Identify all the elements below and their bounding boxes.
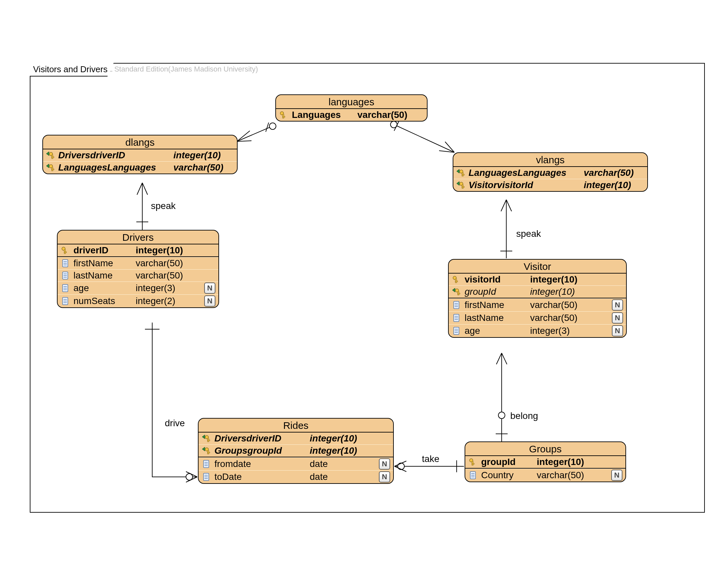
column-icon: [62, 271, 69, 280]
entity-title: languages: [276, 95, 427, 109]
column-name: DriversdriverID: [214, 433, 300, 444]
entity-languages[interactable]: languages Languagesvarchar(50): [275, 94, 428, 121]
column-type: varchar(50): [537, 470, 584, 481]
entity-title: vlangs: [453, 153, 647, 167]
rel-label-take: take: [422, 454, 439, 464]
column-type: varchar(50): [530, 300, 577, 310]
entity-row: GroupsgroupIdinteger(10): [199, 445, 393, 457]
column-icon: [203, 473, 210, 481]
svg-rect-39: [64, 252, 67, 253]
entity-row: driverIDinteger(10): [58, 244, 218, 256]
nullable-badge: N: [611, 470, 622, 481]
entity-title: Drivers: [58, 230, 218, 244]
entity-row: lastNamevarchar(50): [58, 269, 218, 282]
column-type: varchar(50): [173, 162, 223, 173]
column-name: LanguagesLanguages: [58, 162, 164, 173]
entity-dlangs[interactable]: dlangs DriversdriverIDinteger(10)Languag…: [42, 135, 238, 174]
svg-rect-93: [472, 463, 474, 464]
column-type: integer(10): [310, 446, 357, 456]
svg-rect-62: [458, 293, 460, 294]
column-name: LanguagesLanguages: [469, 167, 574, 178]
column-icon: [453, 327, 460, 335]
entity-row: DriversdriverIDinteger(10): [43, 149, 237, 161]
rel-label-belong: belong: [510, 411, 538, 421]
column-type: varchar(50): [357, 110, 407, 120]
fk-icon: [452, 288, 461, 296]
column-type: varchar(50): [530, 313, 577, 323]
entity-row: VisitorvisitorIdinteger(10): [453, 179, 647, 191]
svg-rect-82: [207, 452, 210, 453]
entity-rows: groupIdinteger(10)Countryvarchar(50)N: [465, 456, 625, 482]
column-icon: [469, 471, 477, 480]
entity-row: DriversdriverIDinteger(10): [199, 433, 393, 445]
column-icon: [453, 301, 460, 309]
svg-marker-59: [452, 288, 455, 292]
svg-marker-33: [457, 181, 459, 185]
nullable-badge: N: [612, 312, 623, 324]
entity-row: ageinteger(3)N: [58, 282, 218, 295]
svg-rect-32: [462, 174, 464, 175]
entity-rows: visitorIdinteger(10)groupIdinteger(10)fi…: [449, 273, 626, 337]
column-name: toDate: [214, 472, 300, 482]
entity-row: groupIdinteger(10): [449, 286, 626, 298]
rel-label-speak-vlangs: speak: [516, 228, 541, 239]
column-type: date: [310, 459, 328, 469]
svg-marker-29: [457, 169, 459, 173]
svg-rect-24: [52, 157, 54, 158]
entity-groups[interactable]: Groups groupIdinteger(10)Countryvarchar(…: [465, 442, 626, 482]
entity-row: toDatedateN: [199, 470, 393, 483]
entity-vlangs[interactable]: vlangs LanguagesLanguagesvarchar(50)Visi…: [453, 152, 648, 192]
entity-title: dlangs: [43, 135, 237, 149]
entity-rides[interactable]: Rides DriversdriverIDinteger(10)Groupsgr…: [198, 418, 394, 484]
entity-row: LanguagesLanguagesvarchar(50): [453, 167, 647, 179]
svg-rect-78: [207, 440, 210, 441]
entity-row: LanguagesLanguagesvarchar(50): [43, 161, 237, 173]
entity-row: lastNamevarchar(50)N: [449, 311, 626, 324]
frame-title: Visitors and Drivers: [33, 64, 108, 74]
rel-label-drive: drive: [165, 418, 185, 429]
entity-title: Groups: [465, 442, 625, 456]
column-icon: [62, 297, 69, 305]
column-icon: [62, 284, 69, 293]
column-type: varchar(50): [136, 258, 183, 268]
column-type: integer(10): [530, 287, 575, 297]
fk-icon: [456, 168, 465, 177]
fk-icon: [46, 163, 55, 172]
entity-visitor[interactable]: Visitor visitorIdinteger(10)groupIdinteg…: [448, 259, 627, 338]
svg-rect-20: [283, 116, 285, 117]
column-name: groupId: [465, 287, 521, 297]
entity-rows: DriversdriverIDinteger(10)LanguagesLangu…: [43, 149, 237, 173]
entity-row: visitorIdinteger(10): [449, 273, 626, 286]
column-name: groupId: [481, 457, 527, 467]
pk-icon: [279, 111, 288, 119]
entity-row: ageinteger(3)N: [449, 324, 626, 337]
column-icon: [453, 314, 460, 322]
column-name: GroupsgroupId: [214, 446, 300, 456]
column-type: integer(2): [136, 296, 175, 306]
svg-marker-79: [202, 447, 205, 451]
pk-icon: [61, 246, 69, 255]
entity-drivers[interactable]: Drivers driverIDinteger(10)firstNamevarc…: [57, 230, 219, 308]
column-type: integer(10): [584, 180, 631, 190]
column-name: driverID: [73, 245, 126, 256]
entity-row: firstNamevarchar(50)N: [449, 299, 626, 311]
entity-title: Rides: [199, 419, 393, 433]
column-name: VisitorvisitorId: [469, 180, 574, 190]
column-type: integer(10): [530, 274, 577, 285]
fk-icon: [202, 446, 211, 455]
column-name: fromdate: [214, 459, 300, 469]
column-name: firstName: [73, 258, 126, 268]
nullable-badge: N: [379, 458, 390, 470]
column-name: lastName: [465, 313, 521, 323]
fk-icon: [456, 181, 465, 189]
rel-label-speak-dlangs: speak: [151, 201, 176, 211]
pk-icon: [469, 458, 477, 466]
column-type: integer(3): [530, 326, 570, 336]
nullable-badge: N: [204, 283, 215, 294]
nullable-badge: N: [612, 325, 623, 337]
entity-row: numSeatsinteger(2)N: [58, 295, 218, 307]
column-icon: [203, 460, 210, 468]
column-type: varchar(50): [584, 167, 634, 178]
svg-marker-75: [202, 435, 205, 439]
column-name: lastName: [73, 270, 126, 281]
